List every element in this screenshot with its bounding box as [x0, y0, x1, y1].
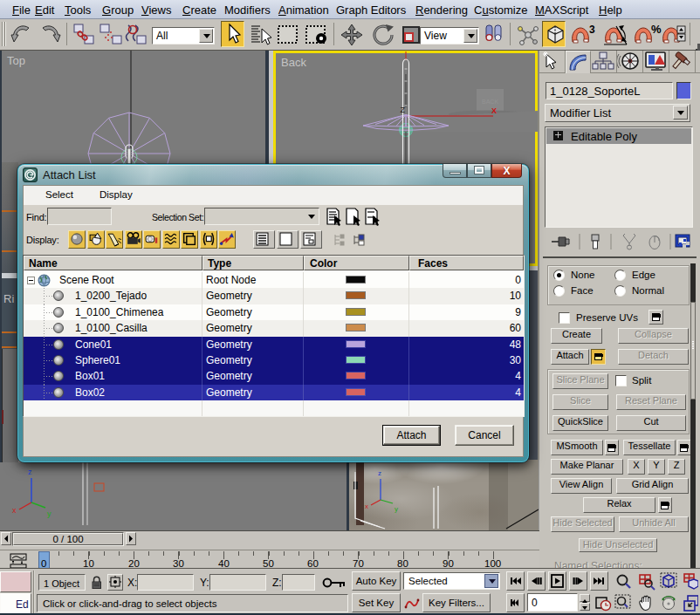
svg-text:z: z — [378, 469, 381, 477]
svg-text:x: x — [12, 506, 17, 515]
svg-text:x: x — [365, 502, 368, 510]
svg-text:Z: Z — [401, 106, 406, 114]
svg-text:z: z — [28, 468, 32, 476]
svg-text:X: X — [491, 106, 497, 115]
svg-text:BACK: BACK — [482, 99, 498, 105]
svg-text:y: y — [395, 505, 398, 513]
svg-text:3: 3 — [589, 24, 595, 36]
svg-text:%: % — [651, 23, 662, 36]
svg-text:y: y — [47, 509, 51, 518]
